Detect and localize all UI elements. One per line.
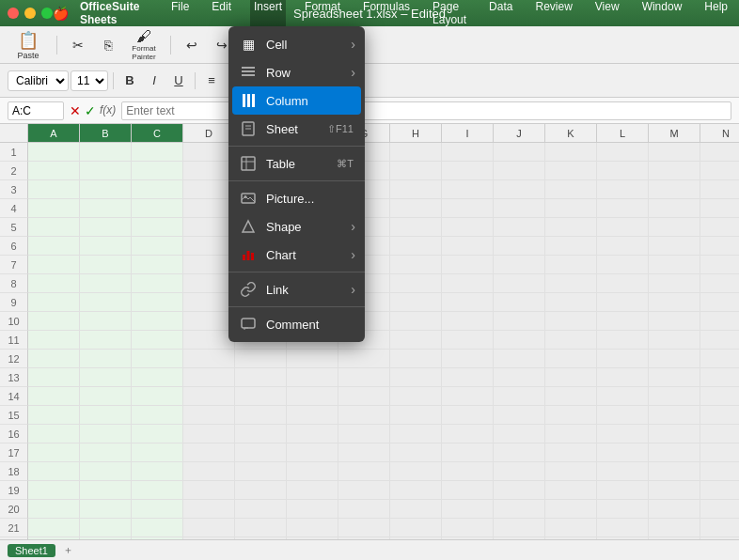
cell-A7[interactable]	[28, 256, 80, 274]
cell-I3[interactable]	[442, 180, 494, 199]
cell-C3[interactable]	[132, 180, 183, 199]
cell-L21[interactable]	[597, 519, 649, 537]
cell-K5[interactable]	[545, 218, 597, 237]
cell-I8[interactable]	[442, 274, 494, 293]
menu-item-cell[interactable]: ▦ Cell	[228, 30, 365, 58]
cell-L14[interactable]	[597, 387, 649, 406]
cell-G15[interactable]	[338, 406, 390, 425]
cell-N21[interactable]	[700, 519, 739, 537]
cell-K7[interactable]	[545, 256, 597, 274]
menu-review[interactable]: Review	[531, 0, 575, 28]
paste-button[interactable]: 📋 Paste	[8, 30, 49, 60]
menu-item-link[interactable]: Link	[228, 275, 365, 303]
cell-J11[interactable]	[494, 331, 545, 350]
cell-I21[interactable]	[442, 519, 494, 537]
cell-D2[interactable]	[183, 162, 235, 180]
cell-J3[interactable]	[494, 180, 545, 199]
cell-B13[interactable]	[80, 368, 132, 387]
cell-G17[interactable]	[338, 443, 390, 462]
cell-J19[interactable]	[494, 481, 545, 500]
cell-N18[interactable]	[700, 462, 739, 481]
cell-F17[interactable]	[287, 443, 338, 462]
cell-N8[interactable]	[700, 274, 739, 293]
cell-J17[interactable]	[494, 443, 545, 462]
cell-E15[interactable]	[235, 406, 287, 425]
cell-D7[interactable]	[183, 256, 235, 274]
cell-A17[interactable]	[28, 443, 80, 462]
cell-H1[interactable]	[390, 143, 442, 162]
cell-reference-input[interactable]	[8, 101, 64, 120]
cell-M16[interactable]	[649, 425, 700, 443]
cell-C11[interactable]	[132, 331, 183, 350]
cell-A5[interactable]	[28, 218, 80, 237]
cell-J21[interactable]	[494, 519, 545, 537]
cell-N9[interactable]	[700, 293, 739, 312]
cell-M22[interactable]	[649, 537, 700, 539]
menu-item-table[interactable]: Table ⌘T	[228, 149, 365, 178]
underline-button[interactable]: U	[167, 70, 190, 92]
cell-G16[interactable]	[338, 425, 390, 443]
cell-N17[interactable]	[700, 443, 739, 462]
cell-H9[interactable]	[390, 293, 442, 312]
cell-M19[interactable]	[649, 481, 700, 500]
cell-J6[interactable]	[494, 237, 545, 256]
cell-C18[interactable]	[132, 462, 183, 481]
menu-window[interactable]: Window	[638, 0, 686, 28]
cell-L7[interactable]	[597, 256, 649, 274]
menu-data[interactable]: Data	[485, 0, 516, 28]
menu-help[interactable]: Help	[700, 0, 731, 28]
cell-H20[interactable]	[390, 500, 442, 519]
cell-L15[interactable]	[597, 406, 649, 425]
cell-G13[interactable]	[338, 368, 390, 387]
cell-A18[interactable]	[28, 462, 80, 481]
cell-J20[interactable]	[494, 500, 545, 519]
menu-item-chart[interactable]: Chart	[228, 241, 365, 269]
cell-D6[interactable]	[183, 237, 235, 256]
col-header-i[interactable]: I	[442, 124, 494, 142]
cell-F18[interactable]	[287, 462, 338, 481]
cell-C8[interactable]	[132, 274, 183, 293]
cell-D17[interactable]	[183, 443, 235, 462]
cell-K1[interactable]	[545, 143, 597, 162]
copy-button[interactable]: ⎘	[95, 32, 121, 58]
cell-M5[interactable]	[649, 218, 700, 237]
cell-M1[interactable]	[649, 143, 700, 162]
cell-C14[interactable]	[132, 387, 183, 406]
cell-C13[interactable]	[132, 368, 183, 387]
cell-J8[interactable]	[494, 274, 545, 293]
cell-L9[interactable]	[597, 293, 649, 312]
cell-H7[interactable]	[390, 256, 442, 274]
cut-button[interactable]: ✂	[65, 32, 91, 58]
cell-I4[interactable]	[442, 199, 494, 218]
cell-N15[interactable]	[700, 406, 739, 425]
cell-K19[interactable]	[545, 481, 597, 500]
cell-M18[interactable]	[649, 462, 700, 481]
cell-J1[interactable]	[494, 143, 545, 162]
cell-H10[interactable]	[390, 312, 442, 331]
cell-F14[interactable]	[287, 387, 338, 406]
cell-M13[interactable]	[649, 368, 700, 387]
cell-J9[interactable]	[494, 293, 545, 312]
cell-H22[interactable]	[390, 537, 442, 539]
cell-I22[interactable]	[442, 537, 494, 539]
cell-C22[interactable]	[132, 537, 183, 539]
cell-M10[interactable]	[649, 312, 700, 331]
cell-I13[interactable]	[442, 368, 494, 387]
cell-N20[interactable]	[700, 500, 739, 519]
cell-K20[interactable]	[545, 500, 597, 519]
cell-G19[interactable]	[338, 481, 390, 500]
cell-M17[interactable]	[649, 443, 700, 462]
cell-D20[interactable]	[183, 500, 235, 519]
cell-D19[interactable]	[183, 481, 235, 500]
cell-I16[interactable]	[442, 425, 494, 443]
cell-I15[interactable]	[442, 406, 494, 425]
cell-L2[interactable]	[597, 162, 649, 180]
cell-K17[interactable]	[545, 443, 597, 462]
cell-K12[interactable]	[545, 350, 597, 368]
cell-H12[interactable]	[390, 350, 442, 368]
cell-D15[interactable]	[183, 406, 235, 425]
sheet-tab-active[interactable]: Sheet1	[8, 544, 55, 557]
minimize-button[interactable]	[24, 8, 36, 19]
cell-N13[interactable]	[700, 368, 739, 387]
cell-L13[interactable]	[597, 368, 649, 387]
